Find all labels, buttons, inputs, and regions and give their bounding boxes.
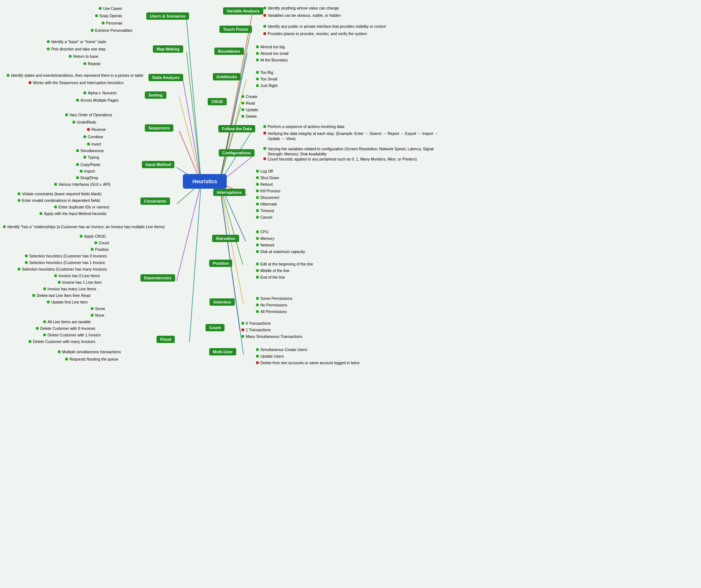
- bullet-icon: [43, 333, 46, 336]
- bullet-icon: [29, 81, 31, 84]
- leaf-crud-1: Create: [241, 94, 257, 99]
- bullet-icon: [256, 196, 259, 199]
- leaf-dep-10: Delete last Line Item then Read: [32, 293, 90, 298]
- bullet-icon: [47, 301, 50, 304]
- leaf-con-1: Violate constraints (leave required fiel…: [18, 192, 102, 196]
- bullet-icon: [69, 55, 72, 58]
- bullet-icon: [256, 71, 259, 74]
- bullet-icon: [76, 176, 79, 179]
- leaf-dep-15: Delete Customer with 0 Invoices: [36, 326, 95, 331]
- bullet-icon: [263, 147, 266, 150]
- category-flood[interactable]: Flood: [157, 336, 175, 343]
- leaf-int-3: Reboot: [256, 182, 273, 186]
- bullet-icon: [256, 189, 259, 192]
- category-configurations[interactable]: Configurations: [219, 149, 255, 157]
- category-constraints[interactable]: Constraints: [140, 197, 170, 205]
- category-multiuser[interactable]: Multi-User: [209, 348, 236, 355]
- leaf-dep-5: Selection heuristics (Customer has 1 Inv…: [25, 260, 105, 265]
- leaf-starv-3: Network: [256, 243, 275, 247]
- category-crud[interactable]: CRUD: [208, 98, 227, 105]
- category-interruptions[interactable]: Interruptions: [213, 189, 245, 196]
- bullet-icon: [241, 102, 244, 105]
- leaf-pos-1: Edit at the beginning of the line: [256, 262, 313, 266]
- category-dependencies[interactable]: Dependencies: [140, 274, 175, 282]
- leaf-input-3: Import: [80, 169, 95, 173]
- svg-line-0: [186, 19, 201, 183]
- leaf-input-2: Copy/Paste: [76, 162, 100, 167]
- bullet-icon: [263, 14, 266, 17]
- leaf-map-4: Repeat: [83, 61, 100, 66]
- category-boundaries[interactable]: Boundaries: [214, 48, 244, 55]
- bullet-icon: [99, 7, 102, 10]
- leaf-starv-2: Memory: [256, 236, 274, 241]
- svg-line-2: [183, 80, 201, 183]
- leaf-int-2: Shut Down: [256, 176, 279, 180]
- leaf-bnd-1: Almost too big: [256, 45, 285, 49]
- leaf-int-5: Disconnect: [256, 195, 279, 200]
- leaf-state-1: Identify states and events/transitions, …: [7, 73, 143, 78]
- leaf-dep-17: Delete Customer with many Invoices: [29, 339, 95, 344]
- category-count[interactable]: Count: [206, 324, 225, 331]
- bullet-icon: [47, 40, 50, 43]
- leaf-starv-1: CPU: [256, 230, 268, 234]
- leaf-cnt-2: 1 Transactions: [241, 328, 271, 332]
- bullet-icon: [95, 14, 98, 17]
- leaf-dep-7: Invoice has 0 Line Items: [54, 274, 100, 278]
- leaf-users-3: Personae: [102, 21, 123, 25]
- category-goldilocks[interactable]: Goldilocks: [213, 73, 241, 80]
- bullet-icon: [263, 25, 266, 28]
- leaf-ftd-2: Verifying the data integrity at each ste…: [263, 131, 446, 141]
- bullet-icon: [263, 157, 266, 160]
- leaf-bnd-2: Almost too small: [256, 51, 289, 56]
- category-selection[interactable]: Selection: [210, 298, 235, 306]
- leaf-input-1: Typing: [83, 155, 99, 159]
- leaf-map-1: Identify a "base" or "home" state: [47, 39, 106, 44]
- category-users[interactable]: Users & Scenarios: [146, 12, 189, 20]
- connections-svg: [0, 0, 701, 588]
- leaf-sel-3: All Permissions: [256, 309, 287, 314]
- category-variable[interactable]: Variable Analysis: [223, 7, 263, 15]
- bullet-icon: [54, 206, 57, 208]
- bullet-icon: [256, 237, 259, 240]
- leaf-starv-4: Disk at maximum capacity: [256, 249, 305, 254]
- category-mapmaking[interactable]: Map Making: [153, 45, 183, 53]
- leaf-map-2: Pick direction and take one step: [47, 47, 106, 51]
- category-touchpoints[interactable]: Touch Points: [219, 26, 252, 33]
- central-node[interactable]: Heuristics: [183, 174, 227, 189]
- bullet-icon: [76, 99, 79, 102]
- bullet-icon: [91, 29, 94, 32]
- bullet-icon: [256, 45, 259, 48]
- bullet-icon: [80, 170, 83, 173]
- bullet-icon: [256, 203, 259, 206]
- leaf-int-1: Log Off: [256, 169, 273, 173]
- bullet-icon: [83, 135, 86, 138]
- leaf-sel-1: Some Permissions: [256, 296, 293, 301]
- category-sorting[interactable]: Sorting: [145, 91, 166, 99]
- category-followdata[interactable]: Follow the Data: [218, 125, 255, 132]
- svg-line-1: [186, 52, 201, 183]
- bullet-icon: [54, 274, 57, 277]
- leaf-mu-2: Update Users: [256, 354, 284, 358]
- leaf-var-1: Identify anything whose value can change: [263, 6, 339, 10]
- leaf-gold-1: Too Big: [256, 70, 273, 75]
- category-starvation[interactable]: Starvation: [212, 235, 239, 242]
- bullet-icon: [39, 212, 42, 215]
- leaf-seq-4: Combine: [83, 135, 103, 139]
- bullet-icon: [256, 244, 259, 246]
- category-stateanalysis[interactable]: State Analysis: [148, 74, 183, 81]
- bullet-icon: [43, 287, 46, 290]
- bullet-icon: [91, 307, 94, 310]
- category-position[interactable]: Position: [209, 260, 232, 267]
- leaf-users-4: Extreme Personalities: [91, 28, 132, 33]
- bullet-icon: [256, 84, 259, 87]
- category-inputmethod[interactable]: Input Method: [142, 161, 174, 168]
- category-sequences[interactable]: Sequences: [145, 124, 173, 132]
- bullet-icon: [32, 294, 35, 297]
- leaf-seq-5: Invert: [87, 142, 101, 146]
- leaf-var-2: Variables can be obvious, subtle, or hid…: [263, 13, 341, 18]
- leaf-pos-3: End of the line: [256, 275, 285, 279]
- bullet-icon: [256, 183, 259, 186]
- bullet-icon: [256, 310, 259, 313]
- leaf-crud-4: Delete: [241, 114, 257, 118]
- leaf-input-5: Various Interfaces (GUI v. API): [54, 182, 110, 186]
